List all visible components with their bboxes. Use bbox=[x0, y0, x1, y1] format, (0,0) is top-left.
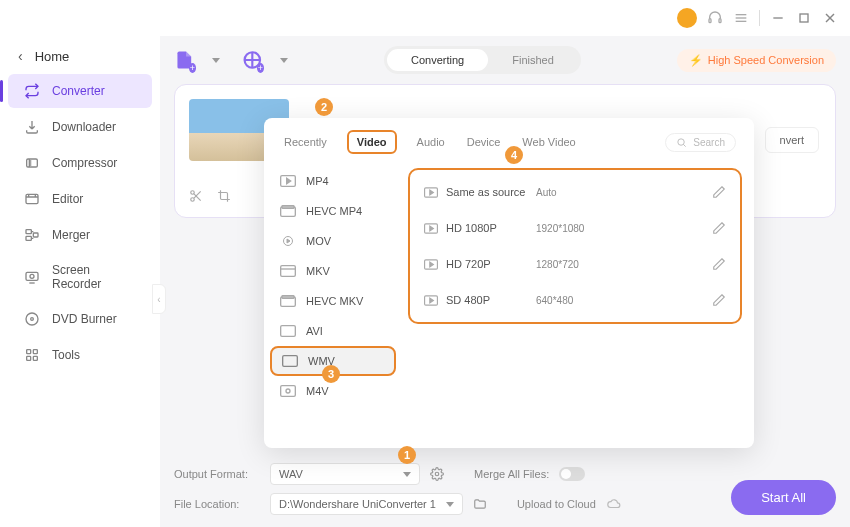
resolution-list: Same as sourceAuto HD 1080P1920*1080 HD … bbox=[402, 162, 754, 448]
tab-finished[interactable]: Finished bbox=[488, 49, 578, 71]
start-all-button[interactable]: Start All bbox=[731, 480, 836, 515]
format-avi[interactable]: AVI bbox=[264, 316, 402, 346]
svg-rect-6 bbox=[800, 14, 808, 22]
resolution-1080p[interactable]: HD 1080P1920*1080 bbox=[410, 210, 740, 246]
badge-3: 3 bbox=[322, 365, 340, 383]
merge-label: Merge All Files: bbox=[474, 468, 549, 480]
output-format-select[interactable]: WAV bbox=[270, 463, 420, 485]
svg-rect-20 bbox=[27, 356, 31, 360]
svg-rect-18 bbox=[27, 350, 31, 354]
edit-icon[interactable] bbox=[712, 257, 726, 271]
resolution-720p[interactable]: HD 720P1280*720 bbox=[410, 246, 740, 282]
svg-rect-11 bbox=[26, 230, 31, 234]
format-mkv[interactable]: MKV bbox=[264, 256, 402, 286]
svg-point-43 bbox=[286, 389, 290, 393]
edit-icon[interactable] bbox=[712, 185, 726, 199]
search-icon bbox=[676, 137, 687, 148]
svg-rect-40 bbox=[281, 326, 296, 337]
sidebar-item-dvd-burner[interactable]: DVD Burner bbox=[8, 302, 152, 336]
svg-rect-21 bbox=[33, 356, 37, 360]
svg-rect-14 bbox=[26, 272, 38, 280]
avatar[interactable] bbox=[677, 8, 697, 28]
svg-point-16 bbox=[26, 313, 38, 325]
trim-icon[interactable] bbox=[189, 189, 203, 203]
format-icon bbox=[280, 265, 296, 277]
output-format-label: Output Format: bbox=[174, 468, 260, 480]
headset-icon[interactable] bbox=[707, 10, 723, 26]
popup-tab-video[interactable]: Video bbox=[347, 130, 397, 154]
settings-icon[interactable] bbox=[430, 467, 444, 481]
add-url-button[interactable]: + bbox=[242, 47, 270, 73]
back-label: Home bbox=[35, 49, 70, 64]
sidebar: ‹ Home Converter Downloader Compressor E… bbox=[0, 36, 160, 527]
svg-marker-31 bbox=[287, 178, 291, 183]
chevron-down-icon bbox=[403, 472, 411, 477]
sidebar-item-compressor[interactable]: Compressor bbox=[8, 146, 152, 180]
compressor-icon bbox=[24, 155, 40, 171]
sidebar-item-converter[interactable]: Converter bbox=[8, 74, 152, 108]
crop-icon[interactable] bbox=[217, 189, 231, 203]
svg-rect-0 bbox=[709, 19, 711, 23]
svg-rect-10 bbox=[26, 194, 38, 203]
tab-converting[interactable]: Converting bbox=[387, 49, 488, 71]
sidebar-item-merger[interactable]: Merger bbox=[8, 218, 152, 252]
svg-marker-49 bbox=[430, 262, 434, 267]
add-file-dropdown-icon[interactable] bbox=[212, 58, 220, 63]
resolution-same[interactable]: Same as sourceAuto bbox=[410, 174, 740, 210]
menu-icon[interactable] bbox=[733, 10, 749, 26]
video-icon bbox=[424, 187, 438, 198]
tab-segment: Converting Finished bbox=[384, 46, 581, 74]
badge-4: 4 bbox=[505, 146, 523, 164]
svg-rect-41 bbox=[283, 356, 298, 367]
download-icon bbox=[24, 119, 40, 135]
file-location-select[interactable]: D:\Wondershare UniConverter 1 bbox=[270, 493, 463, 515]
titlebar bbox=[0, 0, 850, 36]
resolution-480p[interactable]: SD 480P640*480 bbox=[410, 282, 740, 318]
format-popup: Recently Video Audio Device Web Video Se… bbox=[264, 118, 754, 448]
add-file-button[interactable]: + bbox=[174, 47, 202, 73]
format-icon bbox=[280, 205, 296, 217]
popup-tab-recently[interactable]: Recently bbox=[282, 134, 329, 150]
svg-point-15 bbox=[30, 274, 34, 278]
svg-marker-45 bbox=[430, 190, 434, 195]
sidebar-item-screen-recorder[interactable]: Screen Recorder bbox=[8, 254, 152, 300]
convert-button[interactable]: nvert bbox=[765, 127, 819, 153]
edit-icon[interactable] bbox=[712, 293, 726, 307]
svg-rect-1 bbox=[719, 19, 721, 23]
minimize-icon[interactable] bbox=[770, 10, 786, 26]
sidebar-item-editor[interactable]: Editor bbox=[8, 182, 152, 216]
format-icon bbox=[280, 295, 296, 307]
popup-search[interactable]: Search bbox=[665, 133, 736, 152]
svg-point-27 bbox=[435, 472, 439, 476]
video-icon bbox=[424, 223, 438, 234]
sidebar-item-tools[interactable]: Tools bbox=[8, 338, 152, 372]
svg-point-28 bbox=[678, 138, 684, 144]
back-home[interactable]: ‹ Home bbox=[0, 40, 160, 72]
sidebar-collapse[interactable]: ‹ bbox=[152, 284, 166, 314]
format-icon bbox=[280, 175, 296, 187]
add-url-dropdown-icon[interactable] bbox=[280, 58, 288, 63]
sidebar-item-downloader[interactable]: Downloader bbox=[8, 110, 152, 144]
format-icon bbox=[280, 325, 296, 337]
format-mov[interactable]: MOV bbox=[264, 226, 402, 256]
folder-icon[interactable] bbox=[473, 497, 487, 511]
merge-toggle[interactable] bbox=[559, 467, 585, 481]
maximize-icon[interactable] bbox=[796, 10, 812, 26]
high-speed-badge[interactable]: ⚡ High Speed Conversion bbox=[677, 49, 836, 72]
format-hevc-mp4[interactable]: HEVC MP4 bbox=[264, 196, 402, 226]
svg-point-24 bbox=[191, 198, 195, 202]
format-icon bbox=[282, 355, 298, 367]
popup-tab-audio[interactable]: Audio bbox=[415, 134, 447, 150]
edit-icon[interactable] bbox=[712, 221, 726, 235]
format-list: MP4 HEVC MP4 MOV MKV HEVC MKV AVI WMV M4… bbox=[264, 162, 402, 448]
close-icon[interactable] bbox=[822, 10, 838, 26]
bottom-bar: Output Format: WAV Merge All Files: File… bbox=[174, 459, 836, 519]
svg-line-29 bbox=[684, 144, 686, 146]
bolt-icon: ⚡ bbox=[689, 54, 703, 67]
popup-tab-device[interactable]: Device bbox=[465, 134, 503, 150]
format-hevc-mkv[interactable]: HEVC MKV bbox=[264, 286, 402, 316]
cloud-icon[interactable] bbox=[606, 497, 622, 511]
format-icon bbox=[280, 385, 296, 397]
format-mp4[interactable]: MP4 bbox=[264, 166, 402, 196]
popup-tab-web[interactable]: Web Video bbox=[520, 134, 577, 150]
